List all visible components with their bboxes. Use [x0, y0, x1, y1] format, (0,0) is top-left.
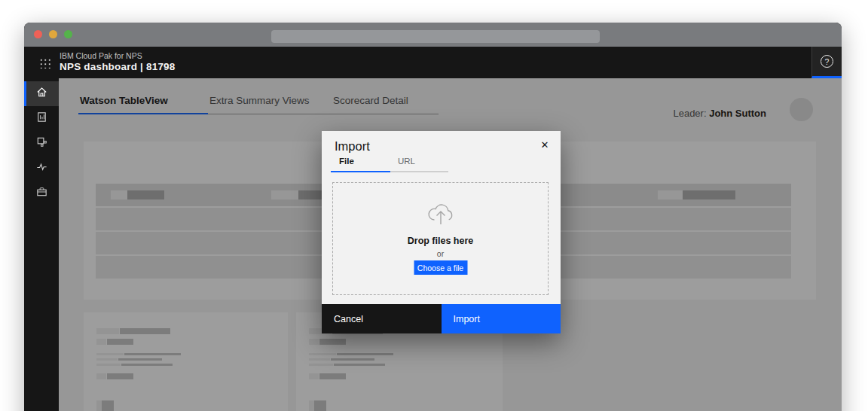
tab-file[interactable]: File — [331, 157, 390, 172]
upload-cloud-icon — [424, 201, 457, 230]
close-window-button[interactable] — [34, 30, 42, 38]
report-icon — [35, 111, 48, 126]
traffic-lights — [34, 30, 72, 38]
tab-url[interactable]: URL — [390, 157, 448, 172]
toolbox-icon — [35, 185, 48, 201]
sidebar-item-activity[interactable] — [24, 156, 59, 181]
help-icon: ? — [821, 55, 833, 68]
page-title: NPS dashboard | 81798 — [60, 61, 176, 74]
sidebar-item-home[interactable] — [24, 81, 59, 106]
help-button[interactable]: ? — [811, 47, 842, 78]
header-titles: IBM Cloud Pak for NPS NPS dashboard | 81… — [60, 51, 176, 74]
cancel-button[interactable]: Cancel — [322, 304, 442, 333]
dropzone-separator: or — [333, 249, 548, 258]
app-switcher-icon[interactable] — [38, 57, 50, 68]
dropzone-heading: Drop files here — [333, 236, 548, 246]
sidebar-item-assets[interactable] — [24, 131, 59, 156]
sidebar-item-report[interactable] — [24, 106, 59, 131]
import-modal: Import ✕ File URL Drop files here or Cho… — [322, 131, 561, 333]
app-header: IBM Cloud Pak for NPS NPS dashboard | 81… — [24, 47, 842, 78]
modal-title: Import — [335, 139, 370, 154]
import-source-tabs: File URL — [331, 157, 448, 172]
close-icon[interactable]: ✕ — [537, 137, 552, 152]
browser-chrome — [24, 23, 842, 47]
left-nav — [24, 78, 59, 411]
maximize-window-button[interactable] — [64, 30, 72, 38]
product-name: IBM Cloud Pak for NPS — [60, 51, 176, 61]
import-button[interactable]: Import — [442, 304, 561, 333]
sidebar-item-toolbox[interactable] — [24, 181, 59, 206]
home-icon — [35, 86, 48, 102]
modal-footer: Cancel Import — [322, 304, 561, 333]
minimize-window-button[interactable] — [49, 30, 57, 38]
choose-file-button[interactable]: Choose a file — [414, 260, 467, 275]
address-bar[interactable] — [271, 30, 600, 43]
file-dropzone[interactable]: Drop files here or Choose a file — [332, 182, 549, 295]
assets-icon — [35, 135, 48, 151]
activity-icon — [35, 160, 48, 176]
